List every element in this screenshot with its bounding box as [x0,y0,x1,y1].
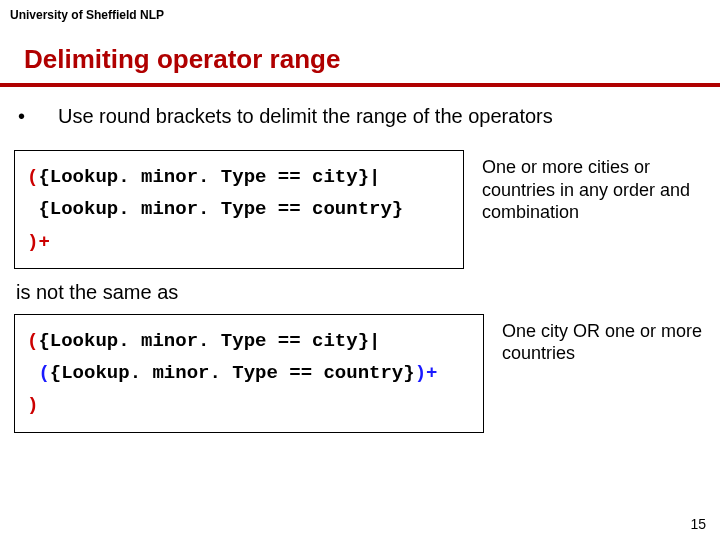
paren-open-red: ( [27,166,38,188]
bullet-marker: • [14,105,58,128]
paren-close-red-2: ) [27,394,38,416]
code2-line1: {Lookup. minor. Type == city}| [38,330,380,352]
bullet-row: • Use round brackets to delimit the rang… [14,105,706,128]
code1-line1: {Lookup. minor. Type == city}| [38,166,380,188]
example-2-row: ({Lookup. minor. Type == city}| ({Lookup… [14,314,706,433]
paren-close-blue: )+ [415,362,438,384]
code-box-1: ({Lookup. minor. Type == city}| {Lookup.… [14,150,464,269]
title-rule [0,83,720,87]
mid-text: is not the same as [16,281,706,304]
bullet-text: Use round brackets to delimit the range … [58,105,553,128]
slide-content: • Use round brackets to delimit the rang… [0,105,720,433]
paren-close-red: )+ [27,231,50,253]
example-1-row: ({Lookup. minor. Type == city}| {Lookup.… [14,150,706,269]
paren-open-blue: ( [38,362,49,384]
code2-line2-pre [27,362,38,384]
header-affiliation: University of Sheffield NLP [0,0,720,24]
slide-title: Delimiting operator range [0,24,720,83]
page-number: 15 [690,516,706,532]
paren-open-red-2: ( [27,330,38,352]
code1-line2: {Lookup. minor. Type == country} [27,198,403,220]
note-2: One city OR one or more countries [484,314,706,365]
code-box-2: ({Lookup. minor. Type == city}| ({Lookup… [14,314,484,433]
note-1: One or more cities or countries in any o… [464,150,706,224]
code2-line2-mid: {Lookup. minor. Type == country} [50,362,415,384]
